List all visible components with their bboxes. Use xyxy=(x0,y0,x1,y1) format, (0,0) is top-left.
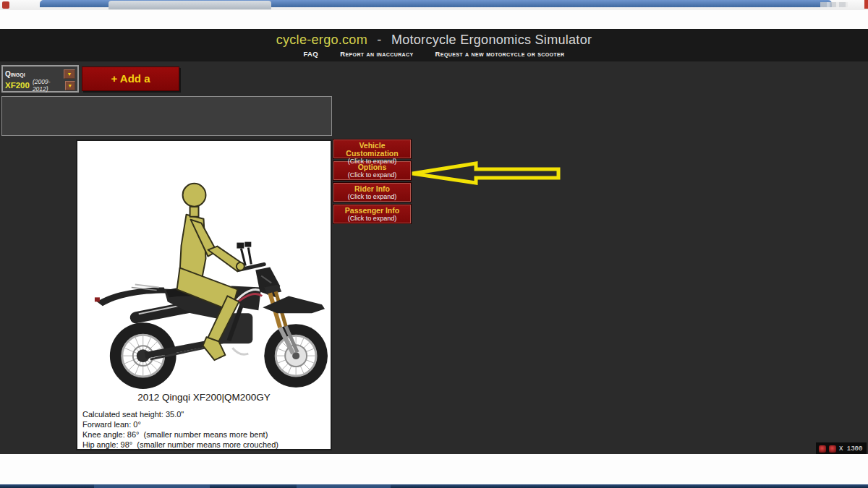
stat-seat-height: Calculated seat height: 35.0" xyxy=(82,409,331,419)
watermark-icon xyxy=(819,445,826,453)
rider-info-label: Rider Info xyxy=(334,185,410,193)
close-button-fragment[interactable] xyxy=(864,0,868,9)
model-select-value: XF200 xyxy=(5,81,30,90)
options-button[interactable]: Options (Click to expand) xyxy=(333,161,411,180)
motorcycle-drawing xyxy=(95,242,328,389)
favicon-icon xyxy=(2,1,9,9)
passenger-info-button[interactable]: Passenger Info (Click to expand) xyxy=(333,205,411,223)
site-header: cycle-ergo.com - Motorcycle Ergonomics S… xyxy=(0,29,868,61)
add-motorcycle-button[interactable]: + Add a Motorcycle xyxy=(82,67,179,91)
expander-column: Vehicle Customization (Click to expand) … xyxy=(333,140,411,226)
site-name: cycle-ergo.com xyxy=(276,33,367,47)
rider-info-button[interactable]: Rider Info (Click to expand) xyxy=(333,183,411,202)
title-separator: - xyxy=(377,33,381,47)
watermark-badge: X 1300 xyxy=(816,442,867,455)
watermark-icon xyxy=(829,445,836,453)
main-content: Qingqi ▼ XF200 (2009-2012) ▼ + Add a Mot… xyxy=(0,61,868,454)
make-select-value: Qingqi xyxy=(5,70,25,78)
header-nav: FAQ Report an inaccuracy Request a new m… xyxy=(0,50,868,58)
vehicle-selector-box: Qingqi ▼ XF200 (2009-2012) ▼ xyxy=(1,65,79,93)
model-years: (2009-2012) xyxy=(33,78,62,93)
bike-rider-figure xyxy=(77,141,329,390)
page: cycle-ergo.com - Motorcycle Ergonomics S… xyxy=(0,0,868,488)
vehicle-customization-label: Vehicle Customization xyxy=(334,142,410,158)
page-title: Motorcycle Ergonomics Simulator xyxy=(391,33,592,47)
annotation-arrow xyxy=(404,155,569,186)
stat-hip-angle: Hip angle: 98° (smaller number means mor… xyxy=(82,440,331,450)
stat-knee-angle: Knee angle: 86° (smaller number means mo… xyxy=(82,429,331,440)
simulation-panel: 2012 Qingqi XF200|QM200GY Calculated sea… xyxy=(76,140,332,450)
options-hint: (Click to expand) xyxy=(334,171,410,179)
vehicle-customization-button[interactable]: Vehicle Customization (Click to expand) xyxy=(333,140,411,158)
taskbar-segment xyxy=(94,484,210,488)
chevron-down-icon[interactable]: ▼ xyxy=(64,69,75,79)
passenger-info-hint: (Click to expand) xyxy=(334,215,410,222)
nav-link-report-inaccuracy[interactable]: Report an inaccuracy xyxy=(340,50,413,58)
chevron-down-icon[interactable]: ▼ xyxy=(65,81,75,90)
nav-link-faq[interactable]: FAQ xyxy=(303,50,318,58)
taskbar-segment xyxy=(297,484,391,488)
site-title-line: cycle-ergo.com - Motorcycle Ergonomics S… xyxy=(0,29,868,48)
empty-gray-panel xyxy=(1,96,332,136)
stat-forward-lean: Forward lean: 0° xyxy=(82,419,331,429)
ergo-stats: Calculated seat height: 35.0" Forward le… xyxy=(77,409,331,450)
rider-info-hint: (Click to expand) xyxy=(334,193,410,200)
window-controls-fragment[interactable] xyxy=(820,2,848,7)
nav-link-request-motorcycle[interactable]: Request a new motorcycle or scooter xyxy=(435,50,565,58)
watermark-text: X 1300 xyxy=(839,445,862,453)
taskbar-edge xyxy=(0,484,868,488)
arrow-left-icon xyxy=(412,163,558,183)
page-bottom-whitespace xyxy=(0,454,868,484)
model-select[interactable]: XF200 (2009-2012) ▼ xyxy=(5,80,75,91)
vehicle-caption: 2012 Qingqi XF200|QM200GY xyxy=(77,392,331,403)
options-label: Options xyxy=(334,163,410,171)
browser-content-gap xyxy=(0,10,868,29)
passenger-info-label: Passenger Info xyxy=(334,207,410,215)
browser-titlebar xyxy=(0,0,868,10)
browser-tab-fragment[interactable] xyxy=(109,1,271,9)
